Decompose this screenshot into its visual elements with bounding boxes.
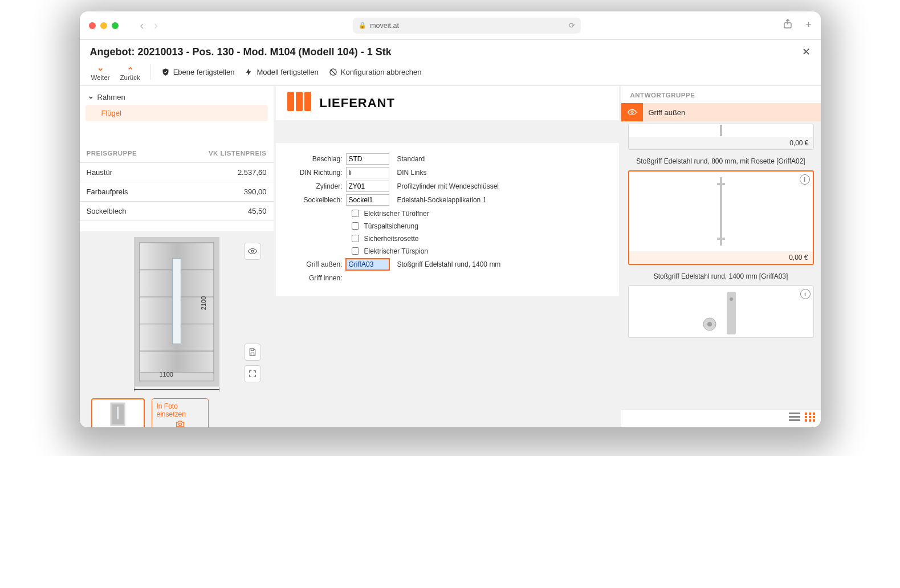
shield-check-icon (161, 68, 170, 76)
checkbox[interactable] (352, 222, 359, 230)
thumbnail-row: In Foto einsetzen (85, 394, 268, 427)
zylinder-input[interactable] (346, 181, 389, 192)
preview-thumbnail[interactable] (91, 398, 145, 427)
close-window-dot[interactable] (89, 22, 96, 29)
forward-icon[interactable]: › (154, 19, 158, 32)
din-input[interactable] (346, 167, 389, 178)
check-label: Türspaltsicherung (364, 222, 418, 230)
checkbox[interactable] (352, 210, 359, 217)
lever-plate-icon (695, 289, 747, 334)
in-foto-einsetzen-button[interactable]: In Foto einsetzen (152, 398, 209, 427)
info-icon[interactable]: i (800, 289, 811, 299)
checkbox[interactable] (352, 247, 359, 255)
answer-card-label: Stoßgriff Edelstahl rund, 1400 mm [Griff… (628, 270, 814, 285)
dim-height: 2100 (200, 296, 207, 310)
grid-icon (805, 413, 815, 422)
share-icon[interactable] (783, 19, 792, 32)
nav-root-label: Rahmen (97, 93, 125, 101)
answer-card-selected[interactable]: i 0,00 € (628, 170, 814, 265)
answergroup-title: ANTWORTGRUPPE (621, 86, 821, 103)
svg-rect-34 (805, 416, 807, 418)
griff-innen-input[interactable] (346, 272, 389, 284)
app-window: ‹ › 🔒 moveit.at ⟳ + Angebot: 20210013 - … (80, 11, 821, 427)
reload-icon[interactable]: ⟳ (569, 21, 581, 30)
konfiguration-abbrechen-button[interactable]: Konfiguration abbrechen (325, 68, 425, 76)
back-icon[interactable]: ‹ (140, 19, 144, 32)
check-tueroeffner[interactable]: Elektrischer Türöffner (286, 208, 609, 219)
pricegroup-cell: 2.537,60 (221, 168, 267, 177)
answergroup-banner[interactable]: Griff außen (621, 103, 821, 121)
main-body: Rahmen Flügel PREISGRUPPE VK LISTENPREIS… (80, 86, 821, 427)
pricegroup-cell: 390,00 (221, 187, 267, 196)
check-label: Elektrischer Türöffner (364, 210, 429, 218)
ebene-fertigstellen-button[interactable]: Ebene fertigstellen (158, 68, 238, 76)
nav-root-rahmen[interactable]: Rahmen (85, 89, 268, 105)
pricegroup-col-b: VK LISTENPREIS (209, 150, 267, 157)
weiter-button[interactable]: ⌄ Weiter (88, 63, 113, 81)
preview-save-button[interactable] (244, 344, 261, 361)
bolt-icon (245, 68, 253, 76)
form-row-griff-innen: Griff innen: (286, 272, 609, 284)
nav-child-fluegel[interactable]: Flügel (85, 105, 268, 121)
preview-visibility-button[interactable] (244, 243, 261, 260)
page-title: Angebot: 20210013 - Pos. 130 - Mod. M104… (90, 46, 392, 58)
list-view-button[interactable] (789, 413, 800, 424)
answer-card[interactable]: i (628, 285, 814, 338)
url-host: moveit.at (370, 22, 399, 30)
form-row-sockelblech: Sockelblech: Edelstahl-Sockelapplikation… (286, 194, 609, 206)
form-row-beschlag: Beschlag: Standard (286, 153, 609, 165)
close-icon[interactable]: ✕ (802, 46, 811, 58)
floppy-icon (248, 348, 257, 357)
answer-card[interactable]: 0,00 € (628, 124, 814, 150)
check-sicherheitsrosette[interactable]: Sicherheitsrosette (286, 233, 609, 244)
svg-rect-35 (809, 416, 811, 418)
config-toolbar: ⌄ Weiter ⌄ Zurück Ebene fertigstellen Mo… (80, 63, 821, 86)
svg-rect-10 (172, 259, 181, 344)
svg-rect-32 (809, 413, 811, 415)
expand-icon (249, 370, 256, 378)
dim-width: 1100 (160, 371, 173, 378)
sockelblech-input[interactable] (346, 194, 389, 206)
svg-rect-21 (720, 177, 722, 246)
check-tuerspion[interactable]: Elektrischer Türspion (286, 246, 609, 256)
eye-icon (621, 103, 643, 121)
camera-icon (175, 420, 185, 427)
prohibit-icon (329, 68, 337, 76)
zurueck-button[interactable]: ⌄ Zurück (117, 63, 144, 81)
browser-nav: ‹ › (140, 19, 158, 32)
check-tuerspalt[interactable]: Türspaltsicherung (286, 220, 609, 231)
pricegroup-row: Haustür 2.537,60 (80, 163, 274, 182)
minimize-window-dot[interactable] (100, 22, 107, 29)
form-label: Beschlag: (286, 155, 346, 163)
svg-rect-38 (809, 419, 811, 422)
modell-fertigstellen-button[interactable]: Modell fertigstellen (241, 68, 321, 76)
preview-expand-button[interactable] (244, 365, 261, 382)
new-tab-icon[interactable]: + (806, 19, 812, 32)
form-desc: Standard (389, 155, 425, 163)
checkbox[interactable] (352, 235, 359, 242)
handle-icon (719, 125, 723, 136)
svg-rect-11 (140, 373, 214, 381)
svg-point-18 (178, 423, 181, 426)
svg-rect-22 (717, 183, 725, 185)
answergroup-list[interactable]: 0,00 € Stoßgriff Edelstahl rund, 800 mm,… (621, 121, 821, 410)
beschlag-input[interactable] (346, 153, 389, 165)
answer-card-price: 0,00 € (629, 137, 813, 149)
grid-view-button[interactable] (805, 413, 815, 424)
info-icon[interactable]: i (800, 174, 810, 185)
brand-logo-icon (287, 92, 313, 115)
config-form: Beschlag: Standard DIN Richtung: DIN Lin… (276, 143, 619, 296)
address-bar[interactable]: 🔒 moveit.at ⟳ (353, 18, 581, 34)
pricegroup-cell: Farbaufpreis (87, 187, 221, 196)
answer-card-price: 0,00 € (629, 251, 813, 264)
form-row-din: DIN Richtung: DIN Links (286, 167, 609, 178)
preview-area: 2100 1100 (80, 231, 274, 427)
chevron-down-icon: ⌄ (97, 63, 104, 73)
modell-label: Modell fertigstellen (256, 68, 318, 76)
pricegroup-row: Farbaufpreis 390,00 (80, 182, 274, 202)
svg-rect-36 (813, 416, 815, 418)
svg-rect-20 (720, 125, 722, 136)
lock-icon: 🔒 (353, 22, 366, 29)
zoom-window-dot[interactable] (112, 22, 119, 29)
griff-aussen-input[interactable] (346, 259, 389, 270)
